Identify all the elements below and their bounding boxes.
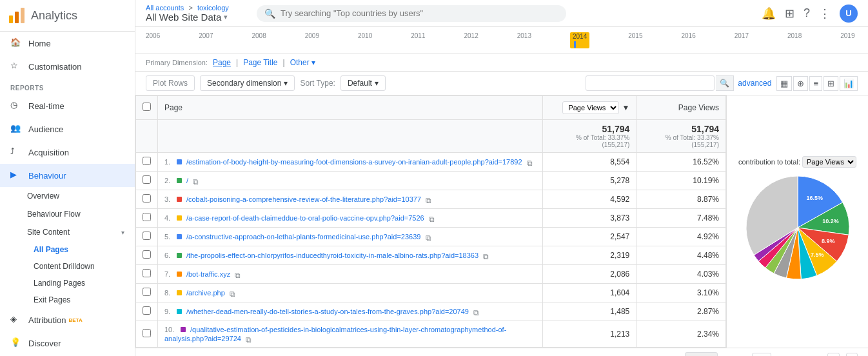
view-pivot-button[interactable]: ⊞ xyxy=(824,76,838,91)
row-pct-cell-6: 4.03% xyxy=(636,265,726,284)
sidebar-item-exit-pages[interactable]: Exit Pages xyxy=(0,292,135,308)
contribution-dropdown[interactable]: Page Views xyxy=(802,156,856,168)
year-2006[interactable]: 2006 xyxy=(146,32,160,48)
next-page-button[interactable]: › xyxy=(846,353,858,357)
row-checkbox-8[interactable] xyxy=(143,306,151,315)
sidebar-item-acquisition[interactable]: ⤴ Acquisition xyxy=(0,141,135,164)
year-2016[interactable]: 2016 xyxy=(682,32,696,48)
property-selector[interactable]: All Web Site Data ▾ xyxy=(146,12,249,23)
row-page-link-7[interactable]: /archive.php xyxy=(186,289,225,297)
view-chart-button[interactable]: 📊 xyxy=(840,76,858,91)
sidebar-item-behaviour-overview[interactable]: Overview xyxy=(0,187,135,205)
sidebar-item-home[interactable]: 🏠 Home xyxy=(0,32,135,55)
sidebar-item-landing-pages[interactable]: Landing Pages xyxy=(0,275,135,292)
copy-icon-3[interactable]: ⧉ xyxy=(429,215,437,222)
table-row: 9. /whether-dead-men-really-do-tell-stor… xyxy=(136,302,726,321)
copy-icon-4[interactable]: ⧉ xyxy=(426,233,433,241)
grid-icon[interactable]: ⊞ xyxy=(785,6,794,21)
prev-page-button[interactable]: ‹ xyxy=(827,353,839,357)
view-compare-button[interactable]: ⊕ xyxy=(793,76,808,91)
row-page-link-4[interactable]: /a-constructive-approach-on-lethal-plant… xyxy=(186,233,421,241)
year-2013[interactable]: 2013 xyxy=(517,32,531,48)
view-grid-button[interactable]: ▦ xyxy=(776,76,792,91)
behaviour-flow-label: Behaviour Flow xyxy=(27,210,81,219)
table-footer: This report was generated on 25/08/2022 … xyxy=(135,348,868,356)
view-list-button[interactable]: ≡ xyxy=(809,76,822,91)
row-checkbox-3[interactable] xyxy=(143,213,151,221)
copy-icon-7[interactable]: ⧉ xyxy=(230,290,237,297)
sort-type-dropdown[interactable]: Default ▾ xyxy=(340,75,386,91)
copy-icon-2[interactable]: ⧉ xyxy=(426,196,433,204)
year-2009[interactable]: 2009 xyxy=(305,32,319,48)
row-checkbox-1[interactable] xyxy=(143,175,151,184)
sidebar-item-customisation[interactable]: ☆ Customisation xyxy=(0,55,135,78)
more-vert-icon[interactable]: ⋮ xyxy=(819,6,831,21)
copy-icon-5[interactable]: ⧉ xyxy=(483,252,491,260)
sort-desc-icon[interactable]: ▼ xyxy=(622,103,629,112)
year-2014-selected[interactable]: 2014 xyxy=(570,32,589,48)
sidebar-item-all-pages[interactable]: All Pages xyxy=(0,241,135,258)
row-checkbox-7[interactable] xyxy=(143,288,151,296)
avatar[interactable]: U xyxy=(840,5,858,23)
dim-other[interactable]: Other ▾ xyxy=(290,58,315,67)
goto-page-input[interactable] xyxy=(752,353,771,356)
sidebar-item-attribution[interactable]: ◈ Attribution BETA xyxy=(0,308,135,331)
year-2010[interactable]: 2010 xyxy=(358,32,372,48)
sidebar-item-realtime[interactable]: ◷ Real-time xyxy=(0,94,135,117)
property-link[interactable]: toxicology xyxy=(197,4,229,12)
year-2012[interactable]: 2012 xyxy=(464,32,478,48)
plot-rows-button[interactable]: Plot Rows xyxy=(146,75,195,91)
help-icon[interactable]: ? xyxy=(804,6,810,20)
row-page-link-9[interactable]: /qualitative-estimation-of-pesticides-in… xyxy=(164,326,506,342)
year-2015[interactable]: 2015 xyxy=(628,32,642,48)
year-2008[interactable]: 2008 xyxy=(252,32,266,48)
property-selector-text: All Web Site Data xyxy=(146,12,221,23)
select-all-checkbox[interactable] xyxy=(143,103,151,111)
year-2019[interactable]: 2019 xyxy=(840,32,854,48)
advanced-link[interactable]: advanced xyxy=(738,79,771,88)
expand-icon: ▾ xyxy=(121,229,124,236)
sidebar-item-audience[interactable]: 👥 Audience xyxy=(0,117,135,141)
row-page-link-5[interactable]: /the-propolis-effect-on-chlorpyrifos-ind… xyxy=(186,252,478,259)
table-search-input[interactable] xyxy=(586,75,715,91)
row-checkbox-0[interactable] xyxy=(143,157,151,165)
row-page-link-8[interactable]: /whether-dead-men-really-do-tell-stories… xyxy=(186,308,469,315)
year-2007[interactable]: 2007 xyxy=(199,32,213,48)
sort-col-dropdown[interactable]: Page Views xyxy=(562,101,619,114)
copy-icon-8[interactable]: ⧉ xyxy=(473,308,481,316)
row-page-link-3[interactable]: /a-case-report-of-death-claimeddue-to-or… xyxy=(186,214,424,222)
row-page-link-1[interactable]: / xyxy=(186,177,188,184)
sidebar-item-discover[interactable]: 💡 Discover xyxy=(0,331,135,355)
all-accounts-link[interactable]: All accounts xyxy=(146,4,184,12)
search-bar[interactable]: 🔍 xyxy=(257,5,566,22)
dim-page[interactable]: Page xyxy=(213,58,231,67)
row-checkbox-9[interactable] xyxy=(143,329,151,337)
rows-per-page-select[interactable]: 102550100 xyxy=(685,352,718,356)
search-input[interactable] xyxy=(281,8,558,18)
total-pageviews2-cell: 51,794 % of Total: 33.37% (155,217) xyxy=(636,120,726,153)
row-checkbox-4[interactable] xyxy=(143,232,151,240)
page-col-header: Page xyxy=(158,96,543,120)
contribution-header: contribution to total: Page Views xyxy=(738,156,856,168)
row-page-link-2[interactable]: /cobalt-poisoning-a-comprehensive-review… xyxy=(186,195,421,203)
secondary-dimension-dropdown[interactable]: Secondary dimension ▾ xyxy=(200,75,295,91)
dim-page-title[interactable]: Page Title xyxy=(243,58,277,67)
sidebar-item-content-drilldown[interactable]: Content Drilldown xyxy=(0,258,135,275)
table-search-icon[interactable]: 🔍 xyxy=(716,75,734,91)
row-checkbox-6[interactable] xyxy=(143,269,151,277)
copy-icon-6[interactable]: ⧉ xyxy=(235,271,242,279)
sidebar-item-behaviour[interactable]: ▶ Behaviour xyxy=(0,164,135,187)
copy-icon-1[interactable]: ⧉ xyxy=(193,177,201,185)
year-2018[interactable]: 2018 xyxy=(787,32,802,48)
copy-icon-0[interactable]: ⧉ xyxy=(527,159,535,166)
year-2011[interactable]: 2011 xyxy=(411,32,425,48)
row-checkbox-5[interactable] xyxy=(143,250,151,259)
row-page-link-0[interactable]: /estimation-of-body-height-by-measuring-… xyxy=(186,158,522,166)
copy-icon-9[interactable]: ⧉ xyxy=(246,335,253,343)
row-checkbox-2[interactable] xyxy=(143,194,151,203)
sidebar-item-site-content[interactable]: Site Content ▾ xyxy=(0,223,135,241)
sidebar-item-behaviour-flow[interactable]: Behaviour Flow xyxy=(0,205,135,223)
row-page-link-6[interactable]: /bot-traffic.xyz xyxy=(186,270,230,278)
notifications-icon[interactable]: 🔔 xyxy=(762,6,776,21)
year-2017[interactable]: 2017 xyxy=(735,32,749,48)
